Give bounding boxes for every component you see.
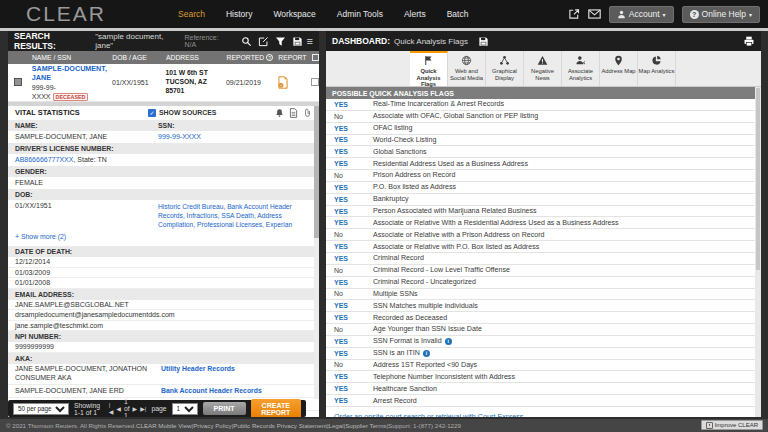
drivers-license-link[interactable]: AB866666777XXX <box>15 156 73 163</box>
per-page-select[interactable]: 50 per page <box>13 403 69 415</box>
flag-row: YESCriminal Record - Uncategorized <box>326 277 761 289</box>
first-page-icon[interactable]: |◀ <box>109 402 114 415</box>
page-select[interactable]: 1 <box>172 403 198 415</box>
flag-value[interactable]: YES <box>326 208 373 215</box>
flag-value: No <box>326 267 373 274</box>
flag-value[interactable]: YES <box>326 279 373 286</box>
vital-ssn-link[interactable]: 999-99-XXXX <box>158 133 201 140</box>
result-name-link[interactable]: SAMPLE-DOCUMENT, JANE <box>32 64 107 82</box>
dob-show-more-link[interactable]: + Show more (2) <box>8 231 319 243</box>
create-report-button[interactable]: CREATE REPORT <box>251 399 302 418</box>
result-row: SAMPLE-DOCUMENT, JANE 999-99-XXXXDECEASE… <box>8 64 319 102</box>
tab-map-analytics[interactable]: Map Analytics <box>638 51 676 86</box>
report-document-icon[interactable] <box>277 76 311 89</box>
row-report-checkbox[interactable] <box>311 78 319 86</box>
flag-value[interactable]: YES <box>326 338 373 345</box>
footer-link-clear-mobile-view[interactable]: CLEAR Mobile View <box>136 422 192 429</box>
nav-item-search[interactable]: Search <box>178 9 205 19</box>
save-search-icon[interactable] <box>292 36 303 47</box>
alert-bell-icon[interactable] <box>275 108 284 118</box>
flag-value[interactable]: YES <box>326 255 373 262</box>
aka-source-link[interactable]: Utility Header Records <box>161 365 312 374</box>
flag-value: No <box>326 326 373 333</box>
nav-item-admin-tools[interactable]: Admin Tools <box>337 9 383 19</box>
print-button[interactable]: PRINT <box>203 402 246 415</box>
flag-value[interactable]: YES <box>326 373 373 380</box>
gender-band: GENDER: <box>8 166 319 177</box>
flag-label: Associate with OFAC, Global Sanction or … <box>373 112 538 120</box>
show-sources-checkbox[interactable]: ✓ SHOW SOURCES <box>148 109 216 117</box>
open-new-window-icon[interactable] <box>568 8 580 20</box>
select-all-checkbox[interactable] <box>312 54 319 61</box>
footer-link-public-records-privacy-statement[interactable]: Public Records Privacy Statement <box>233 422 327 429</box>
improve-clear-button[interactable]: Improve CLEAR <box>701 420 763 430</box>
page-info: 1 of 1 <box>124 398 130 417</box>
edit-search-icon[interactable] <box>258 36 269 47</box>
flag-row: NoAddress 1ST Reported <90 Days <box>326 360 761 372</box>
print-dashboard-icon[interactable] <box>743 36 755 47</box>
aka-source-link[interactable]: Bank Account Header Records <box>161 387 312 396</box>
footer-link-supplier-terms[interactable]: Supplier Terms <box>345 422 386 429</box>
tab-web-and-social-media[interactable]: Web and Social Media <box>448 51 486 86</box>
clear-logo[interactable]: CLEAR <box>26 2 106 26</box>
tab-associate-analytics[interactable]: Associate Analytics <box>562 51 600 86</box>
flag-value[interactable]: YES <box>326 125 373 132</box>
account-menu-button[interactable]: Account ▾ <box>609 6 674 23</box>
account-label: Account <box>629 9 660 19</box>
info-icon[interactable]: i <box>445 338 452 345</box>
flag-value[interactable]: YES <box>326 350 373 357</box>
flag-value[interactable]: YES <box>326 243 373 250</box>
search-icon[interactable] <box>241 36 252 47</box>
dob-source-links[interactable]: Historic Credit Bureau, Bank Account Hea… <box>158 202 312 229</box>
save-dashboard-icon[interactable] <box>478 36 489 47</box>
email-label: EMAIL ADDRESS: <box>15 291 74 298</box>
dashboard-scrollbar[interactable] <box>755 87 761 417</box>
flag-value[interactable]: YES <box>326 385 373 392</box>
next-page-icon[interactable]: ▶ <box>133 405 138 412</box>
flag-label-text: Multiple SSNs <box>373 290 418 298</box>
left-panel-scrollbar[interactable] <box>314 106 319 399</box>
row-select-checkbox[interactable] <box>14 78 22 86</box>
flag-value[interactable]: YES <box>326 196 373 203</box>
flag-value[interactable]: YES <box>326 136 373 143</box>
online-help-button[interactable]: ? Online Help ▾ <box>682 6 760 23</box>
results-menu-icon[interactable]: ≡ <box>307 35 313 47</box>
last-page-icon[interactable]: ▶| <box>140 405 146 412</box>
flag-value[interactable]: YES <box>326 219 373 226</box>
flag-value[interactable]: YES <box>326 184 373 191</box>
info-icon[interactable]: i <box>423 350 430 357</box>
flag-label-text: Address 1ST Reported <90 Days <box>373 361 477 369</box>
document-icon[interactable] <box>289 108 298 118</box>
prev-page-icon[interactable]: ◀ <box>116 405 121 412</box>
flag-label: Criminal Record - Low Level Traffic Offe… <box>373 266 510 274</box>
nav-item-batch[interactable]: Batch <box>447 9 469 19</box>
flag-label-text: Criminal Record <box>373 254 424 262</box>
flag-label: Associate or Relative With a Residential… <box>373 219 619 227</box>
flag-value[interactable]: YES <box>326 397 373 404</box>
flag-value[interactable]: YES <box>326 302 373 309</box>
flag-label: SSN Matches multiple individuals <box>373 302 478 310</box>
messages-icon[interactable] <box>588 9 601 19</box>
footer-link-privacy-policy[interactable]: Privacy Policy <box>193 422 232 429</box>
court-express-link[interactable]: Order an onsite court search or retrieva… <box>326 407 761 417</box>
tab-quick-analysis-flags[interactable]: Quick Analysis Flags <box>410 51 448 86</box>
flag-value[interactable]: YES <box>326 148 373 155</box>
nav-item-alerts[interactable]: Alerts <box>404 9 426 19</box>
flag-value[interactable]: YES <box>326 160 373 167</box>
footer-link-legal[interactable]: Legal <box>328 422 343 429</box>
nav-item-workspace[interactable]: Workspace <box>273 9 315 19</box>
flag-value[interactable]: YES <box>326 101 373 108</box>
flag-label-text: Associate or Relative with P.O. Box list… <box>373 243 539 251</box>
aka-label: AKA: <box>15 355 32 362</box>
flag-row: YESGlobal Sanctions <box>326 146 761 158</box>
tab-graphical-display[interactable]: Graphical Display <box>486 51 524 86</box>
reported-help-icon[interactable]: ? <box>266 54 273 61</box>
chevron-down-icon: ▾ <box>749 11 752 18</box>
nav-item-history[interactable]: History <box>226 9 252 19</box>
attachment-icon[interactable] <box>303 108 312 118</box>
tab-address-map[interactable]: Address Map <box>600 51 638 86</box>
flag-value[interactable]: YES <box>326 314 373 321</box>
tab-negative-news[interactable]: Negative News <box>524 51 562 86</box>
filter-icon[interactable] <box>275 36 286 47</box>
flag-icon <box>423 55 434 66</box>
